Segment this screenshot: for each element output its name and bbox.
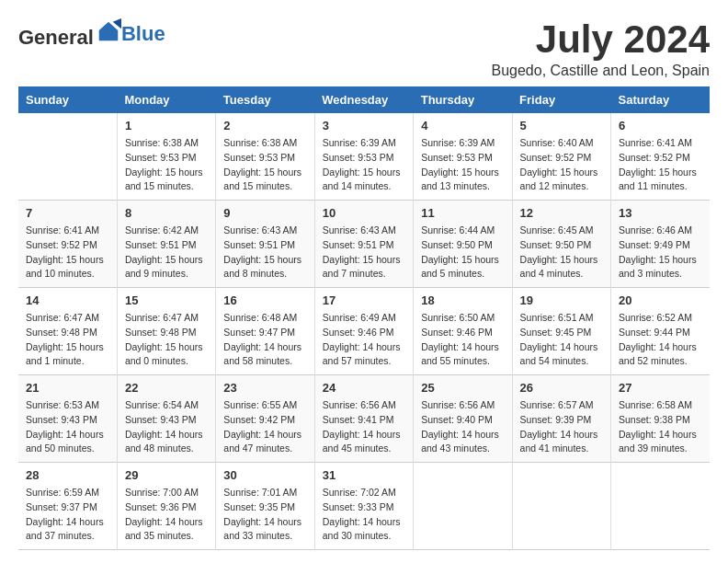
header-monday: Monday [117, 86, 215, 113]
day-number: 31 [323, 468, 405, 482]
calendar-week-row: 21Sunrise: 6:53 AM Sunset: 9:43 PM Dayli… [18, 375, 710, 463]
calendar-cell: 11Sunrise: 6:44 AM Sunset: 9:50 PM Dayli… [414, 201, 512, 288]
day-number: 21 [26, 381, 109, 395]
calendar-cell: 27Sunrise: 6:58 AM Sunset: 9:38 PM Dayli… [611, 375, 710, 463]
calendar-header: Sunday Monday Tuesday Wednesday Thursday… [18, 86, 710, 113]
day-number: 17 [323, 293, 405, 307]
header-saturday: Saturday [611, 86, 710, 113]
day-number: 23 [223, 381, 306, 395]
calendar-cell: 23Sunrise: 6:55 AM Sunset: 9:42 PM Dayli… [216, 375, 314, 463]
logo-general: General [18, 26, 94, 49]
calendar-cell: 22Sunrise: 6:54 AM Sunset: 9:43 PM Dayli… [117, 375, 215, 463]
calendar-body: 1Sunrise: 6:38 AM Sunset: 9:53 PM Daylig… [18, 113, 710, 550]
day-info: Sunrise: 6:41 AM Sunset: 9:52 PM Dayligh… [26, 224, 109, 282]
day-number: 5 [520, 119, 603, 132]
day-info: Sunrise: 6:53 AM Sunset: 9:43 PM Dayligh… [26, 398, 109, 456]
day-number: 20 [619, 293, 702, 307]
day-number: 26 [520, 381, 603, 395]
day-number: 22 [125, 381, 208, 395]
day-info: Sunrise: 6:38 AM Sunset: 9:53 PM Dayligh… [125, 136, 208, 194]
header-sunday: Sunday [18, 86, 117, 113]
day-info: Sunrise: 6:43 AM Sunset: 9:51 PM Dayligh… [323, 224, 405, 282]
calendar-cell: 4Sunrise: 6:39 AM Sunset: 9:53 PM Daylig… [414, 113, 512, 201]
calendar-cell: 5Sunrise: 6:40 AM Sunset: 9:52 PM Daylig… [512, 113, 610, 201]
logo-icon [96, 18, 121, 44]
calendar-cell: 31Sunrise: 7:02 AM Sunset: 9:33 PM Dayli… [314, 463, 413, 550]
day-info: Sunrise: 6:40 AM Sunset: 9:52 PM Dayligh… [520, 136, 603, 194]
day-number: 24 [323, 381, 405, 395]
day-number: 15 [125, 293, 208, 307]
calendar-cell [512, 463, 610, 550]
calendar-cell: 21Sunrise: 6:53 AM Sunset: 9:43 PM Dayli… [18, 375, 117, 463]
calendar-cell: 28Sunrise: 6:59 AM Sunset: 9:37 PM Dayli… [18, 463, 117, 550]
calendar-cell: 20Sunrise: 6:52 AM Sunset: 9:44 PM Dayli… [611, 288, 710, 375]
day-number: 9 [223, 206, 306, 220]
day-number: 8 [125, 206, 208, 220]
calendar-cell [611, 463, 710, 550]
calendar-cell: 29Sunrise: 7:00 AM Sunset: 9:36 PM Dayli… [117, 463, 215, 550]
day-info: Sunrise: 6:55 AM Sunset: 9:42 PM Dayligh… [223, 398, 306, 456]
logo-blue: Blue [121, 22, 165, 45]
day-info: Sunrise: 6:44 AM Sunset: 9:50 PM Dayligh… [421, 224, 504, 282]
calendar-week-row: 7Sunrise: 6:41 AM Sunset: 9:52 PM Daylig… [18, 201, 710, 288]
day-number: 2 [223, 119, 306, 132]
day-info: Sunrise: 6:58 AM Sunset: 9:38 PM Dayligh… [619, 398, 702, 456]
calendar-cell: 7Sunrise: 6:41 AM Sunset: 9:52 PM Daylig… [18, 201, 117, 288]
day-number: 19 [520, 293, 603, 307]
calendar-cell: 17Sunrise: 6:49 AM Sunset: 9:46 PM Dayli… [314, 288, 413, 375]
calendar-table: Sunday Monday Tuesday Wednesday Thursday… [18, 86, 710, 550]
calendar-cell: 1Sunrise: 6:38 AM Sunset: 9:53 PM Daylig… [117, 113, 215, 201]
calendar-week-row: 1Sunrise: 6:38 AM Sunset: 9:53 PM Daylig… [18, 113, 710, 201]
day-info: Sunrise: 6:57 AM Sunset: 9:39 PM Dayligh… [520, 398, 603, 456]
calendar-cell: 10Sunrise: 6:43 AM Sunset: 9:51 PM Dayli… [314, 201, 413, 288]
weekday-header-row: Sunday Monday Tuesday Wednesday Thursday… [18, 86, 710, 113]
day-info: Sunrise: 7:01 AM Sunset: 9:35 PM Dayligh… [223, 486, 306, 544]
location-title: Bugedo, Castille and Leon, Spain [491, 63, 710, 79]
header-wednesday: Wednesday [314, 86, 413, 113]
calendar-cell: 13Sunrise: 6:46 AM Sunset: 9:49 PM Dayli… [611, 201, 710, 288]
calendar-cell: 12Sunrise: 6:45 AM Sunset: 9:50 PM Dayli… [512, 201, 610, 288]
day-number: 30 [223, 468, 306, 482]
calendar-cell: 30Sunrise: 7:01 AM Sunset: 9:35 PM Dayli… [216, 463, 314, 550]
calendar-cell: 15Sunrise: 6:47 AM Sunset: 9:48 PM Dayli… [117, 288, 215, 375]
day-number: 7 [26, 206, 109, 220]
calendar-cell: 26Sunrise: 6:57 AM Sunset: 9:39 PM Dayli… [512, 375, 610, 463]
day-number: 28 [26, 468, 109, 482]
day-number: 3 [323, 119, 405, 132]
header-friday: Friday [512, 86, 610, 113]
day-number: 13 [619, 206, 702, 220]
calendar-cell: 9Sunrise: 6:43 AM Sunset: 9:51 PM Daylig… [216, 201, 314, 288]
calendar-cell: 2Sunrise: 6:38 AM Sunset: 9:53 PM Daylig… [216, 113, 314, 201]
logo: General Blue [18, 18, 165, 50]
calendar-cell: 25Sunrise: 6:56 AM Sunset: 9:40 PM Dayli… [414, 375, 512, 463]
day-info: Sunrise: 6:59 AM Sunset: 9:37 PM Dayligh… [26, 486, 109, 544]
day-info: Sunrise: 6:42 AM Sunset: 9:51 PM Dayligh… [125, 224, 208, 282]
calendar-cell: 16Sunrise: 6:48 AM Sunset: 9:47 PM Dayli… [216, 288, 314, 375]
calendar-cell: 14Sunrise: 6:47 AM Sunset: 9:48 PM Dayli… [18, 288, 117, 375]
day-info: Sunrise: 6:56 AM Sunset: 9:40 PM Dayligh… [421, 398, 504, 456]
day-info: Sunrise: 6:56 AM Sunset: 9:41 PM Dayligh… [323, 398, 405, 456]
calendar-week-row: 14Sunrise: 6:47 AM Sunset: 9:48 PM Dayli… [18, 288, 710, 375]
svg-marker-0 [99, 22, 119, 41]
day-number: 6 [619, 119, 702, 132]
day-info: Sunrise: 6:48 AM Sunset: 9:47 PM Dayligh… [223, 311, 306, 369]
day-info: Sunrise: 6:51 AM Sunset: 9:45 PM Dayligh… [520, 311, 603, 369]
calendar-cell: 19Sunrise: 6:51 AM Sunset: 9:45 PM Dayli… [512, 288, 610, 375]
calendar-cell: 6Sunrise: 6:41 AM Sunset: 9:52 PM Daylig… [611, 113, 710, 201]
day-info: Sunrise: 6:50 AM Sunset: 9:46 PM Dayligh… [421, 311, 504, 369]
day-number: 27 [619, 381, 702, 395]
day-info: Sunrise: 6:39 AM Sunset: 9:53 PM Dayligh… [421, 136, 504, 194]
calendar-cell: 18Sunrise: 6:50 AM Sunset: 9:46 PM Dayli… [414, 288, 512, 375]
day-number: 16 [223, 293, 306, 307]
title-section: July 2024 Bugedo, Castille and Leon, Spa… [491, 18, 710, 79]
day-number: 14 [26, 293, 109, 307]
calendar-cell [18, 113, 117, 201]
calendar-cell: 24Sunrise: 6:56 AM Sunset: 9:41 PM Dayli… [314, 375, 413, 463]
day-info: Sunrise: 6:38 AM Sunset: 9:53 PM Dayligh… [223, 136, 306, 194]
calendar-cell [414, 463, 512, 550]
calendar-cell: 3Sunrise: 6:39 AM Sunset: 9:53 PM Daylig… [314, 113, 413, 201]
page-header: General Blue July 2024 Bugedo, Castille … [18, 18, 710, 79]
day-number: 12 [520, 206, 603, 220]
day-info: Sunrise: 6:41 AM Sunset: 9:52 PM Dayligh… [619, 136, 702, 194]
month-title: July 2024 [491, 18, 710, 61]
